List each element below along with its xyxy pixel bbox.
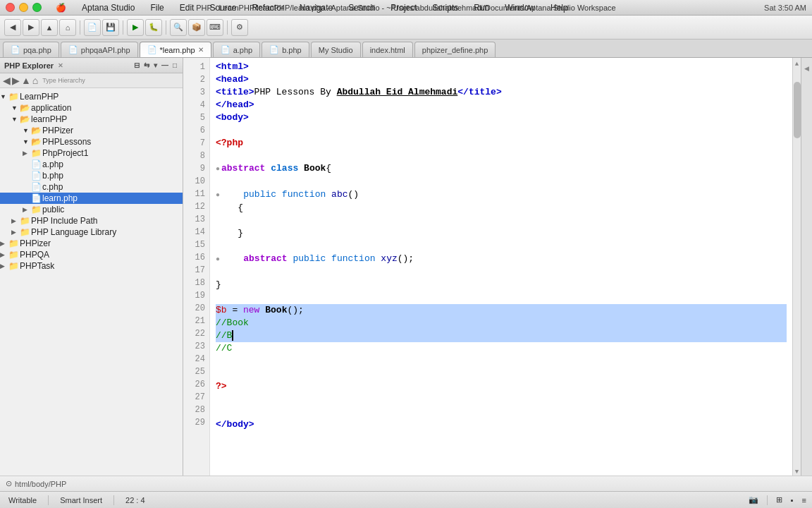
folder-icon: 📁 bbox=[8, 261, 20, 271]
menu-file[interactable]: File bbox=[147, 1, 166, 14]
folder-icon: 📁 bbox=[20, 216, 31, 226]
scrollbar-thumb[interactable] bbox=[794, 82, 801, 138]
sidebar-header: PHP Explorer ✕ ⊟ ⇆ ▾ — □ bbox=[0, 58, 183, 73]
breadcrumb-icon: ⊙ bbox=[6, 479, 12, 488]
tree-item-learn-php[interactable]: ▶ 📄 learn.php bbox=[0, 193, 183, 204]
tree-item-language-library[interactable]: ▶ 📁 PHP Language Library bbox=[0, 226, 183, 238]
code-line-5: <body> bbox=[216, 111, 787, 124]
code-line-28 bbox=[216, 406, 787, 418]
tree-item-b-php[interactable]: ▶ 📄 b.php bbox=[0, 170, 183, 181]
tree-item-phpproject1[interactable]: ▶ 📁 PhpProject1 bbox=[0, 147, 183, 159]
save-button[interactable]: 💾 bbox=[102, 19, 119, 36]
code-line-29: </body> bbox=[216, 418, 787, 431]
nav-home[interactable]: ⌂ bbox=[32, 75, 38, 86]
tree-item-learnphp[interactable]: ▼ 📂 learnPHP bbox=[0, 114, 183, 125]
tab-label: My Studio bbox=[319, 46, 353, 54]
folder-icon: 📂 bbox=[20, 114, 31, 124]
code-line-7: <?php bbox=[216, 137, 787, 150]
back-button[interactable]: ◀ bbox=[4, 19, 21, 36]
tab-b[interactable]: 📄 b.php bbox=[262, 42, 309, 57]
up-button[interactable]: ▲ bbox=[41, 19, 58, 36]
preferences-button[interactable]: ⚙ bbox=[231, 19, 248, 36]
scroll-down-arrow[interactable]: ▼ bbox=[794, 466, 801, 476]
tree-arrow: ▼ bbox=[23, 127, 31, 134]
forward-button[interactable]: ▶ bbox=[23, 19, 39, 36]
nav-forward[interactable]: ▶ bbox=[12, 75, 20, 86]
tree-item-c-php[interactable]: ▶ 📄 c.php bbox=[0, 181, 183, 193]
terminal-button[interactable]: ⌨ bbox=[207, 19, 223, 36]
scroll-up-arrow[interactable]: ▲ bbox=[794, 58, 801, 68]
tree-item-phpqa[interactable]: ▶ 📁 PHPQA bbox=[0, 249, 183, 260]
tab-index[interactable]: index.html bbox=[362, 42, 413, 57]
menu-aptana[interactable]: Aptana Studio bbox=[79, 1, 137, 14]
tab-phpqa[interactable]: 📄 phpqaAPI.php bbox=[61, 42, 138, 57]
tree-item-phpizer-root[interactable]: ▶ 📁 PHPizer bbox=[0, 238, 183, 249]
folder-icon: 📁 bbox=[8, 92, 20, 102]
new-file-button[interactable]: 📄 bbox=[84, 19, 101, 36]
tree-item-a-php[interactable]: ▶ 📄 a.php bbox=[0, 159, 183, 170]
link-with-editor-button[interactable]: ⇆ bbox=[142, 61, 151, 69]
code-line-4: </head> bbox=[216, 99, 787, 111]
panel-min-button[interactable]: — bbox=[160, 61, 170, 69]
toolbar: ◀ ▶ ▲ ⌂ 📄 💾 ▶ 🐛 🔍 📦 ⌨ ⚙ bbox=[0, 16, 812, 40]
tab-label: a.php bbox=[233, 46, 253, 54]
tab-mystudio[interactable]: My Studio bbox=[311, 42, 361, 57]
search-button[interactable]: 🔍 bbox=[170, 19, 187, 36]
minimize-button[interactable] bbox=[19, 3, 28, 12]
tree-label: PhpProject1 bbox=[42, 148, 183, 158]
tab-close-icon[interactable]: ✕ bbox=[198, 46, 204, 54]
line-numbers: 12345 678910 1112131415 1617181920 21222… bbox=[183, 58, 210, 476]
close-button[interactable] bbox=[6, 3, 15, 12]
tree-label: PHPLessons bbox=[42, 137, 183, 147]
tab-a[interactable]: 📄 a.php bbox=[213, 42, 261, 57]
nav-up[interactable]: ▲ bbox=[21, 75, 31, 86]
code-line-2: <head> bbox=[216, 73, 787, 86]
menu-edit[interactable]: Edit bbox=[177, 1, 197, 14]
tree-label: PHP Include Path bbox=[31, 216, 183, 226]
right-panel[interactable]: ◀ bbox=[801, 58, 812, 476]
editor-area[interactable]: 12345 678910 1112131415 1617181920 21222… bbox=[183, 58, 801, 476]
panel-toggle[interactable]: ◀ bbox=[801, 65, 812, 72]
file-tree: ▼ 📁 LearnPHP ▼ 📂 application ▼ 📂 learnPH… bbox=[0, 88, 183, 476]
tab-icon: 📄 bbox=[221, 45, 230, 54]
tree-label: public bbox=[42, 205, 183, 214]
debug-button[interactable]: 🐛 bbox=[145, 19, 162, 36]
deploy-button[interactable]: 📦 bbox=[188, 19, 205, 36]
tree-item-learnphp-root[interactable]: ▼ 📁 LearnPHP bbox=[0, 91, 183, 102]
run-button[interactable]: ▶ bbox=[127, 19, 144, 36]
tree-arrow: ▶ bbox=[0, 240, 8, 247]
separator-3 bbox=[767, 495, 768, 505]
panel-max-button[interactable]: □ bbox=[171, 61, 178, 69]
tab-learn[interactable]: 📄 *learn.php ✕ bbox=[140, 42, 211, 57]
panel-controls: ⊟ ⇆ ▾ — □ bbox=[133, 61, 178, 69]
tree-arrow: ▼ bbox=[0, 93, 8, 100]
tree-item-public[interactable]: ▶ 📁 public bbox=[0, 204, 183, 215]
home-button[interactable]: ⌂ bbox=[59, 19, 76, 36]
maximize-button[interactable] bbox=[32, 3, 42, 12]
tab-icon: 📄 bbox=[147, 45, 157, 54]
tree-item-application[interactable]: ▼ 📂 application bbox=[0, 102, 183, 114]
type-hierarchy-tab[interactable]: Type Hierarchy bbox=[42, 77, 85, 84]
nav-back[interactable]: ◀ bbox=[3, 75, 11, 86]
tab-pqa[interactable]: 📄 pqa.php bbox=[3, 42, 59, 57]
code-line-3: <title>PHP Lessons By Abdullah Eid Almeh… bbox=[216, 86, 787, 99]
code-editor[interactable]: <html> <head> <title>PHP Lessons By Abdu… bbox=[210, 58, 792, 476]
collapse-all-button[interactable]: ⊟ bbox=[133, 61, 141, 69]
code-line-16: ● abstract public function xyz(); bbox=[216, 253, 787, 266]
tree-item-include-path[interactable]: ▶ 📁 PHP Include Path bbox=[0, 215, 183, 226]
tab-label: index.html bbox=[370, 46, 405, 54]
tree-arrow: ▶ bbox=[11, 229, 20, 236]
tree-label: PHPQA bbox=[20, 250, 183, 260]
tree-label: LearnPHP bbox=[20, 92, 183, 102]
breadcrumb-bar: ⊙ html/body/PHP bbox=[0, 476, 812, 491]
main-layout: PHP Explorer ✕ ⊟ ⇆ ▾ — □ ◀ ▶ ▲ ⌂ Type Hi… bbox=[0, 58, 812, 476]
folder-icon: 📁 bbox=[31, 205, 42, 214]
tree-item-phptask[interactable]: ▶ 📁 PHPTask bbox=[0, 260, 183, 272]
tab-phpizer-define[interactable]: phpizer_define.php bbox=[414, 42, 496, 57]
tree-label: b.php bbox=[42, 171, 183, 181]
tree-item-phplessons[interactable]: ▼ 📂 PHPLessons bbox=[0, 136, 183, 147]
tree-item-phpizer[interactable]: ▼ 📂 PHPizer bbox=[0, 125, 183, 136]
tab-label: phpqaAPI.php bbox=[81, 46, 130, 54]
scrollbar[interactable]: ▲ ▼ bbox=[792, 58, 801, 476]
panel-menu-button[interactable]: ▾ bbox=[152, 61, 159, 69]
